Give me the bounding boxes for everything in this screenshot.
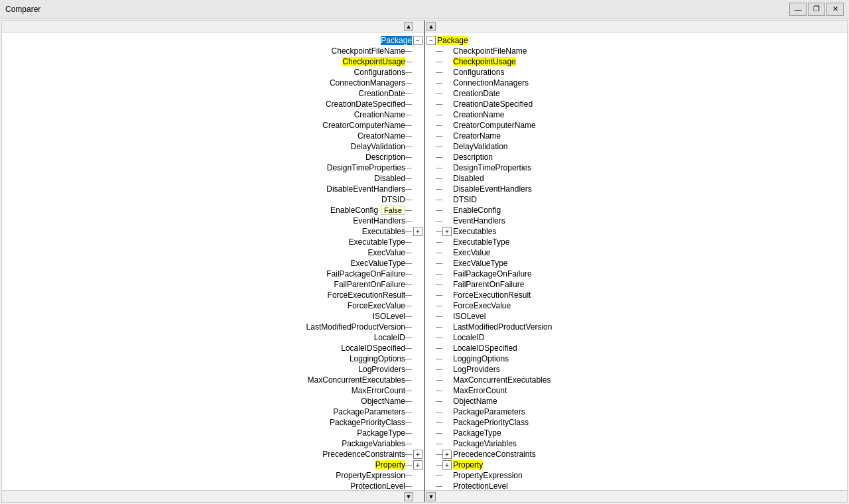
left-tree-item[interactable]: DisableEventHandlers [2,184,424,194]
left-tree-item[interactable]: PackageType [2,428,424,438]
left-tree-item[interactable]: LastModifiedProductVersion [2,322,424,332]
left-tree-item[interactable]: EnableConfigFalse [2,205,424,216]
right-scroll-up[interactable]: ▲ [426,22,436,31]
left-tree-item[interactable]: ExecutableType [2,237,424,247]
left-tree-item[interactable]: PackageVariables [2,438,424,449]
right-tree-item[interactable]: ForceExecValue [425,300,847,311]
left-tree-item[interactable]: CreationName [2,109,424,120]
left-tree-item[interactable]: Property+ [2,460,424,470]
left-tree-item[interactable]: Disabled [2,173,424,184]
left-tree-item[interactable]: PropertyExpression [2,470,424,481]
right-tree-item[interactable]: CheckpointUsage [425,56,847,67]
right-tree-item[interactable]: MaxConcurrentExecutables [425,375,847,385]
left-tree-item[interactable]: ForceExecValue [2,300,424,311]
right-tree-item[interactable]: PropertyExpression [425,470,847,481]
right-tree-item[interactable]: DisableEventHandlers [425,184,847,194]
right-tree-item[interactable]: FailParentOnFailure [425,279,847,290]
left-item-expander[interactable]: + [413,450,423,459]
right-tree-item[interactable]: FailPackageOnFailure [425,269,847,279]
left-tree-item[interactable]: DesignTimeProperties [2,162,424,173]
left-tree-item[interactable]: MaxConcurrentExecutables [2,375,424,385]
right-tree-item[interactable]: MaxErrorCount [425,385,847,396]
right-tree-item[interactable]: PackageVariables [425,438,847,449]
left-tree-item[interactable]: ForceExecutionResult [2,290,424,300]
right-root-expander[interactable]: − [426,36,436,45]
left-tree-item[interactable]: ConnectionManagers [2,78,424,88]
right-tree-item[interactable]: ExecValue [425,247,847,258]
left-tree-item[interactable]: LocaleID [2,332,424,343]
left-tree-item[interactable]: LoggingOptions [2,353,424,364]
left-root-item[interactable]: Package − [2,35,424,46]
right-tree-item[interactable]: ForceExecutionResult [425,290,847,300]
left-tree-item[interactable]: ExecValue [2,247,424,258]
right-tree-item[interactable]: EventHandlers [425,216,847,226]
left-tree-item[interactable]: CheckpointFileName [2,46,424,56]
right-tree-item[interactable]: LocaleIDSpecified [425,343,847,353]
left-tree-item[interactable]: ObjectName [2,396,424,407]
left-tree-item[interactable]: FailParentOnFailure [2,279,424,290]
right-tree-item[interactable]: ISOLevel [425,311,847,322]
right-tree-item[interactable]: EnableConfig [425,205,847,216]
right-tree-item[interactable]: PackagePriorityClass [425,417,847,428]
restore-button[interactable]: ❐ [808,3,825,16]
left-tree-item[interactable]: CreatorComputerName [2,120,424,131]
right-tree-item[interactable]: +Executables [425,226,847,237]
close-button[interactable]: ✕ [826,3,844,16]
right-tree-item[interactable]: CreatorName [425,131,847,141]
left-tree-item[interactable]: PackageParameters [2,407,424,417]
right-tree-item[interactable]: LogProviders [425,364,847,375]
left-root-expander[interactable]: − [413,36,423,45]
left-tree-item[interactable]: FailPackageOnFailure [2,269,424,279]
left-tree-item[interactable]: CreationDateSpecified [2,99,424,109]
left-tree-scroll[interactable]: Package − CheckpointFileNameCheckpointUs… [2,32,424,490]
right-tree-item[interactable]: CreationDate [425,88,847,99]
right-tree-item[interactable]: LoggingOptions [425,353,847,364]
right-item-expander[interactable]: + [442,460,452,470]
right-tree-item[interactable]: CreationName [425,109,847,120]
right-tree-item[interactable]: ProtectionLevel [425,481,847,490]
left-tree-item[interactable]: DTSID [2,194,424,205]
right-tree-item[interactable]: LocaleID [425,332,847,343]
right-tree-item[interactable]: ExecutableType [425,237,847,247]
left-tree-item[interactable]: ExecValueType [2,258,424,269]
right-tree-item[interactable]: Configurations [425,67,847,78]
right-tree-item[interactable]: ConnectionManagers [425,78,847,88]
left-item-expander[interactable]: + [413,227,423,236]
right-tree-scroll[interactable]: − Package CheckpointFileNameCheckpointUs… [425,32,847,490]
right-root-item[interactable]: − Package [425,35,847,46]
right-tree-item[interactable]: PackageType [425,428,847,438]
minimize-button[interactable]: — [789,3,807,16]
right-tree-item[interactable]: +Property [425,460,847,470]
right-tree-item[interactable]: PackageParameters [425,407,847,417]
right-tree-item[interactable]: DTSID [425,194,847,205]
left-tree-item[interactable]: PackagePriorityClass [2,417,424,428]
right-tree-item[interactable]: CreationDateSpecified [425,99,847,109]
right-scroll-down[interactable]: ▼ [426,492,436,501]
right-tree-item[interactable]: ObjectName [425,396,847,407]
left-scroll-down[interactable]: ▼ [404,492,413,501]
left-scroll-up[interactable]: ▲ [404,22,413,31]
left-tree-item[interactable]: Configurations [2,67,424,78]
left-tree-item[interactable]: PrecedenceConstraints+ [2,449,424,460]
left-tree-item[interactable]: LocaleIDSpecified [2,343,424,353]
left-tree-item[interactable]: CreationDate [2,88,424,99]
left-tree-item[interactable]: EventHandlers [2,216,424,226]
right-tree-item[interactable]: DelayValidation [425,141,847,152]
left-item-expander[interactable]: + [413,460,423,470]
left-tree-item[interactable]: LogProviders [2,364,424,375]
left-tree-item[interactable]: MaxErrorCount [2,385,424,396]
left-tree-item[interactable]: Executables+ [2,226,424,237]
left-tree-item[interactable]: CreatorName [2,131,424,141]
left-tree-item[interactable]: ISOLevel [2,311,424,322]
left-tree-item[interactable]: DelayValidation [2,141,424,152]
right-tree-item[interactable]: CreatorComputerName [425,120,847,131]
right-tree-item[interactable]: Disabled [425,173,847,184]
right-tree-item[interactable]: Description [425,152,847,162]
right-item-expander[interactable]: + [442,450,452,459]
right-item-expander[interactable]: + [442,227,452,236]
left-tree-item[interactable]: ProtectionLevel [2,481,424,490]
right-tree-item[interactable]: LastModifiedProductVersion [425,322,847,332]
right-tree-item[interactable]: ExecValueType [425,258,847,269]
right-tree-item[interactable]: +PrecedenceConstraints [425,449,847,460]
right-tree-item[interactable]: CheckpointFileName [425,46,847,56]
